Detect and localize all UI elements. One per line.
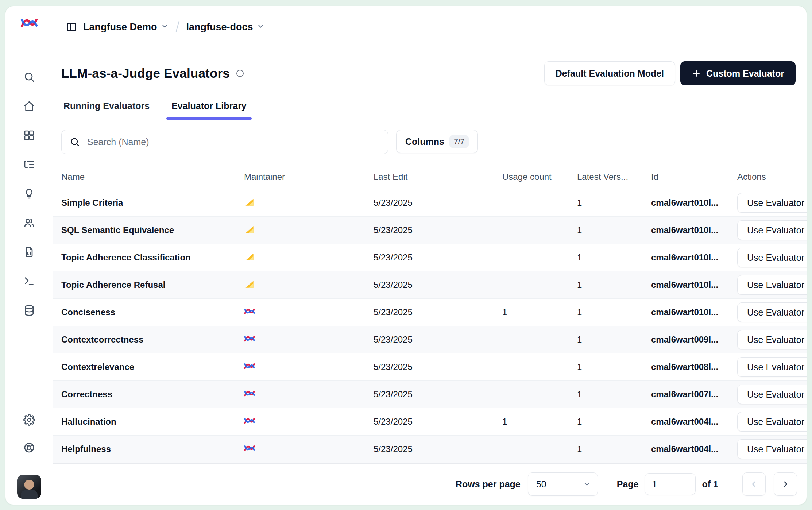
- last-edit-cell: 5/23/2025: [374, 335, 502, 345]
- use-evaluator-button[interactable]: Use Evaluator: [737, 357, 807, 377]
- user-avatar[interactable]: [17, 475, 41, 499]
- panel-left-icon: [66, 22, 77, 32]
- pagination-footer: Rows per page 50 Page of 1: [53, 463, 807, 505]
- rows-per-page-select[interactable]: 50: [528, 472, 598, 496]
- table-row[interactable]: SQL Semantic Equivalence 5/23/2025 1 cma…: [53, 217, 807, 244]
- langfuse-icon: [244, 333, 255, 344]
- table-row[interactable]: Correctness 5/23/2025 1 cmal6wart007l...…: [53, 381, 807, 408]
- use-evaluator-button[interactable]: Use Evaluator: [737, 275, 807, 295]
- maintainer-cell: [244, 224, 374, 237]
- use-evaluator-button[interactable]: Use Evaluator: [737, 248, 807, 267]
- latest-version-cell: 1: [577, 444, 651, 454]
- table-row[interactable]: Conciseness 5/23/2025 1 1 cmal6wart010l.…: [53, 299, 807, 326]
- actions-cell: Use Evaluator: [737, 357, 807, 377]
- breadcrumb-separator: [175, 20, 181, 34]
- sidebar-item-prompts[interactable]: [23, 188, 35, 200]
- sidebar-item-datasets[interactable]: [23, 246, 35, 258]
- custom-evaluator-button[interactable]: Custom Evaluator: [680, 61, 796, 85]
- evaluator-name: Conciseness: [61, 307, 244, 317]
- use-evaluator-button[interactable]: Use Evaluator: [737, 193, 807, 213]
- breadcrumb-org[interactable]: Langfuse Demo: [83, 22, 169, 33]
- chevron-down-icon: [161, 22, 169, 32]
- sidebar-item-settings[interactable]: [23, 414, 35, 426]
- table-row[interactable]: Contextrelevance 5/23/2025 1 cmal6wart00…: [53, 353, 807, 381]
- latest-version-cell: 1: [577, 389, 651, 399]
- column-header-last-edit: Last Edit: [374, 172, 502, 182]
- sidebar-toggle-button[interactable]: [66, 21, 77, 33]
- latest-version-cell: 1: [577, 198, 651, 208]
- evaluator-id-cell: cmal6wart010l...: [651, 225, 737, 235]
- rows-per-page-value: 50: [536, 479, 546, 490]
- database-icon: [23, 305, 35, 316]
- evaluator-id-cell: cmal6wart010l...: [651, 280, 737, 290]
- last-edit-cell: 5/23/2025: [374, 252, 502, 263]
- sidebar-item-home[interactable]: [23, 100, 35, 112]
- chevron-down-icon: [583, 480, 591, 488]
- ragas-icon: [244, 196, 255, 207]
- actions-cell: Use Evaluator: [737, 220, 807, 240]
- ragas-icon: [244, 251, 255, 262]
- usage-count-cell: 1: [502, 417, 577, 427]
- latest-version-cell: 1: [577, 307, 651, 317]
- maintainer-cell: [244, 360, 374, 374]
- custom-evaluator-label: Custom Evaluator: [706, 68, 784, 79]
- table-row[interactable]: Hallucination 5/23/2025 1 1 cmal6wart004…: [53, 408, 807, 436]
- langfuse-icon: [244, 388, 255, 399]
- evaluator-id-cell: cmal6wart009l...: [651, 335, 737, 345]
- latest-version-cell: 1: [577, 252, 651, 263]
- use-evaluator-button[interactable]: Use Evaluator: [737, 439, 807, 459]
- search-icon: [23, 71, 35, 83]
- evaluator-name: Contextrelevance: [61, 362, 244, 372]
- evaluator-id-cell: cmal6wart010l...: [651, 307, 737, 317]
- tab-running-evaluators[interactable]: Running Evaluators: [61, 101, 152, 119]
- list-tree-icon: [23, 159, 35, 170]
- column-header-actions: Actions: [737, 172, 807, 182]
- page-header: LLM-as-a-Judge Evaluators Default Evalua…: [53, 48, 807, 85]
- default-evaluation-model-button[interactable]: Default Evaluation Model: [544, 61, 675, 85]
- table-row[interactable]: Topic Adherence Refusal 5/23/2025 1 cmal…: [53, 271, 807, 299]
- table-row[interactable]: Topic Adherence Classification 5/23/2025…: [53, 244, 807, 271]
- column-header-maintainer: Maintainer: [244, 172, 374, 182]
- of-total-label: of 1: [702, 479, 718, 490]
- sidebar-item-search[interactable]: [23, 71, 35, 83]
- info-icon[interactable]: [236, 69, 244, 78]
- langfuse-icon: [244, 360, 255, 371]
- tab-evaluator-library[interactable]: Evaluator Library: [169, 101, 249, 119]
- column-header-latest-version: Latest Vers...: [577, 172, 651, 182]
- maintainer-cell: [244, 443, 374, 456]
- pager-buttons: [742, 472, 797, 496]
- next-page-button[interactable]: [774, 472, 797, 496]
- last-edit-cell: 5/23/2025: [374, 389, 502, 399]
- table-row[interactable]: Helpfulness 5/23/2025 1 cmal6wart004l...…: [53, 436, 807, 463]
- page-input[interactable]: [645, 473, 696, 495]
- chevron-down-icon: [257, 22, 265, 32]
- langfuse-logo[interactable]: [20, 16, 38, 30]
- terminal-icon: [23, 275, 35, 287]
- last-edit-cell: 5/23/2025: [374, 417, 502, 427]
- use-evaluator-button[interactable]: Use Evaluator: [737, 385, 807, 404]
- breadcrumb-project[interactable]: langfuse-docs: [186, 22, 265, 33]
- column-header-name: Name: [61, 172, 244, 182]
- search-box: [61, 130, 388, 154]
- use-evaluator-button[interactable]: Use Evaluator: [737, 220, 807, 240]
- maintainer-cell: [244, 333, 374, 346]
- previous-page-button[interactable]: [742, 472, 766, 496]
- column-header-id: Id: [651, 172, 737, 182]
- grid-icon: [23, 130, 35, 141]
- table-toolbar: Columns 7/7: [53, 130, 807, 154]
- sidebar-item-support[interactable]: [23, 442, 35, 453]
- sidebar-item-playground[interactable]: [23, 275, 35, 287]
- search-input[interactable]: [86, 136, 380, 148]
- use-evaluator-button[interactable]: Use Evaluator: [737, 302, 807, 322]
- table-row[interactable]: Contextcorrectness 5/23/2025 1 cmal6wart…: [53, 326, 807, 353]
- sidebar-item-tracing[interactable]: [23, 159, 35, 170]
- sidebar-item-database[interactable]: [23, 305, 35, 316]
- sidebar-item-dashboard[interactable]: [23, 130, 35, 141]
- evaluator-id-cell: cmal6wart008l...: [651, 362, 737, 372]
- columns-button[interactable]: Columns 7/7: [396, 130, 478, 153]
- use-evaluator-button[interactable]: Use Evaluator: [737, 330, 807, 349]
- table-row[interactable]: Simple Criteria 5/23/2025 1 cmal6wart010…: [53, 189, 807, 217]
- maintainer-cell: [244, 415, 374, 428]
- use-evaluator-button[interactable]: Use Evaluator: [737, 412, 807, 432]
- sidebar-item-users[interactable]: [23, 217, 35, 229]
